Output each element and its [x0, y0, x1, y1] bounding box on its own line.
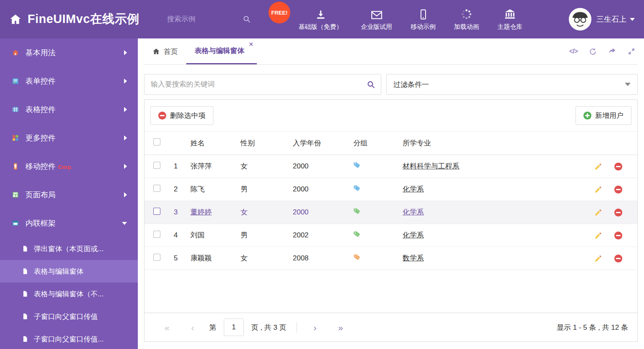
tag-icon	[353, 207, 361, 215]
sidebar-item-label: 表单控件	[25, 76, 118, 86]
page-suffix-label: 页 , 共 3 页	[251, 323, 287, 332]
edit-button[interactable]	[594, 186, 602, 194]
major-link[interactable]: 化学系	[403, 208, 424, 216]
sidebar-subitem-grid-edit-window-2[interactable]: 表格与编辑窗体（不...	[0, 283, 138, 305]
sidebar-subitem-child-to-parent[interactable]: 子窗口向父窗口传值	[0, 305, 138, 328]
row-checkbox[interactable]	[153, 254, 160, 261]
sidebar-item-mobile-controls[interactable]: 移动控件Corp.	[0, 152, 138, 181]
row-checkbox[interactable]	[153, 162, 160, 169]
nav-theme-store[interactable]: 主题仓库	[497, 8, 522, 31]
table-row[interactable]: 5 康颖颖 女 2008 数学系	[145, 247, 637, 270]
major-link[interactable]: 化学系	[403, 231, 424, 239]
minus-circle-icon	[614, 163, 622, 171]
delete-row-button[interactable]	[614, 232, 622, 239]
blocks-icon	[12, 134, 19, 142]
search-icon[interactable]	[243, 15, 251, 23]
user-name: 三生石上	[596, 14, 626, 24]
chevron-right-icon	[124, 79, 127, 84]
keyword-search[interactable]	[144, 74, 381, 95]
sidebar-subitem-grid-edit-window[interactable]: 表格与编辑窗体	[0, 260, 138, 283]
row-number: 2	[169, 178, 185, 201]
delete-row-button[interactable]	[614, 186, 622, 194]
col-header-group: 分组	[348, 132, 398, 155]
sidebar-item-basic-usage[interactable]: 基本用法	[0, 38, 138, 67]
edit-button[interactable]	[594, 232, 602, 239]
row-number: 4	[169, 224, 185, 247]
row-checkbox[interactable]	[153, 185, 160, 192]
edit-button[interactable]	[594, 255, 602, 262]
sidebar-subitem-child-to-parent-2[interactable]: 子窗口向父窗口传值...	[0, 328, 138, 349]
sidebar-item-more-controls[interactable]: 更多控件	[0, 124, 138, 152]
sidebar-item-page-layout[interactable]: 页面布局	[0, 181, 138, 209]
free-badge: FREE!	[269, 2, 290, 23]
sidebar-item-label: 移动控件Corp.	[25, 161, 118, 171]
tab-home[interactable]: 首页	[144, 38, 186, 64]
cell-gender: 女	[236, 201, 288, 224]
table-row[interactable]: 2 陈飞 男 2000 化学系	[145, 178, 637, 201]
tab-grid-edit-window[interactable]: 表格与编辑窗体 ✕	[186, 38, 257, 64]
nav-enterprise-trial[interactable]: 企业版试用	[361, 8, 392, 31]
sidebar-item-label: 页面布局	[25, 190, 118, 200]
delete-button-label: 删除选中项	[170, 111, 205, 120]
header-nav: FREE! 基础版（免费） 企业版试用 移动示例 加载动画	[299, 8, 522, 31]
grid-panel: 删除选中项 新增用户 姓名 性别 入学年份 分组 所学专业	[144, 99, 638, 342]
nav-label: 加载动画	[454, 23, 479, 31]
table-row-selected[interactable]: 3 董婷婷 女 2000 化学系	[145, 201, 637, 224]
nav-mobile-demo[interactable]: 移动示例	[411, 8, 436, 31]
download-icon	[315, 8, 326, 20]
major-link[interactable]: 化学系	[403, 185, 424, 193]
nav-label: 移动示例	[411, 23, 436, 31]
search-icon[interactable]	[367, 80, 375, 89]
row-checkbox[interactable]	[153, 208, 160, 215]
delete-selected-button[interactable]: 删除选中项	[150, 106, 213, 125]
minus-circle-icon	[158, 112, 166, 120]
filter-dropdown[interactable]: 过滤条件一	[386, 74, 638, 95]
major-link[interactable]: 材料科学与工程系	[403, 162, 459, 170]
table-header-row: 姓名 性别 入学年份 分组 所学专业	[145, 132, 637, 155]
share-icon[interactable]	[608, 47, 616, 56]
nav-loading-animation[interactable]: 加载动画	[454, 8, 479, 31]
last-page-button[interactable]: »	[327, 323, 354, 332]
add-button-label: 新增用户	[595, 111, 624, 120]
next-page-button[interactable]: ›	[303, 323, 327, 332]
sidebar-item-grid-controls[interactable]: 表格控件	[0, 95, 138, 124]
tab-close-icon[interactable]: ✕	[248, 41, 254, 47]
nav-basic-free[interactable]: FREE! 基础版（免费）	[299, 8, 342, 31]
filter-row: 过滤条件一	[144, 74, 638, 95]
brand[interactable]: FineUIMvc在线示例	[9, 11, 167, 28]
refresh-icon[interactable]	[589, 48, 597, 56]
expand-icon[interactable]	[628, 48, 635, 55]
table-row[interactable]: 1 张萍萍 女 2000 材料科学与工程系	[145, 155, 637, 178]
edit-button[interactable]	[594, 163, 602, 171]
header-search-input[interactable]	[167, 11, 253, 28]
delete-row-button[interactable]	[614, 163, 622, 171]
delete-row-button[interactable]	[614, 209, 622, 217]
home-icon	[9, 13, 22, 25]
sidebar-item-inline-frame[interactable]: 内联框架	[0, 209, 138, 237]
row-checkbox[interactable]	[153, 231, 160, 238]
sidebar-subitem-label: 子窗口向父窗口传值	[34, 312, 98, 321]
first-page-button[interactable]: «	[154, 323, 180, 332]
header-search[interactable]	[167, 11, 253, 28]
layout-icon	[12, 191, 19, 199]
filter-dropdown-value: 过滤条件一	[393, 80, 429, 89]
table-row[interactable]: 4 刘国 男 2002 化学系	[145, 224, 637, 247]
form-icon	[12, 77, 19, 85]
sidebar-subitem-popup-window[interactable]: 弹出窗体（本页面或...	[0, 237, 138, 260]
source-code-icon[interactable]: </>	[569, 48, 578, 55]
minus-circle-icon	[614, 232, 622, 239]
page-number-input[interactable]	[224, 318, 244, 336]
select-all-checkbox[interactable]	[153, 138, 160, 145]
edit-button[interactable]	[594, 209, 602, 217]
chevron-right-icon	[124, 107, 127, 112]
major-link[interactable]: 数学系	[403, 254, 424, 262]
add-user-button[interactable]: 新增用户	[576, 106, 631, 125]
cell-name: 刘国	[185, 224, 236, 247]
prev-page-button[interactable]: ‹	[180, 323, 205, 332]
delete-row-button[interactable]	[614, 255, 622, 262]
cell-name: 康颖颖	[185, 247, 236, 270]
user-menu[interactable]: 三生石上	[569, 8, 635, 31]
cell-gender: 男	[236, 178, 288, 201]
sidebar-item-form-controls[interactable]: 表单控件	[0, 67, 138, 95]
keyword-search-input[interactable]	[144, 74, 381, 95]
